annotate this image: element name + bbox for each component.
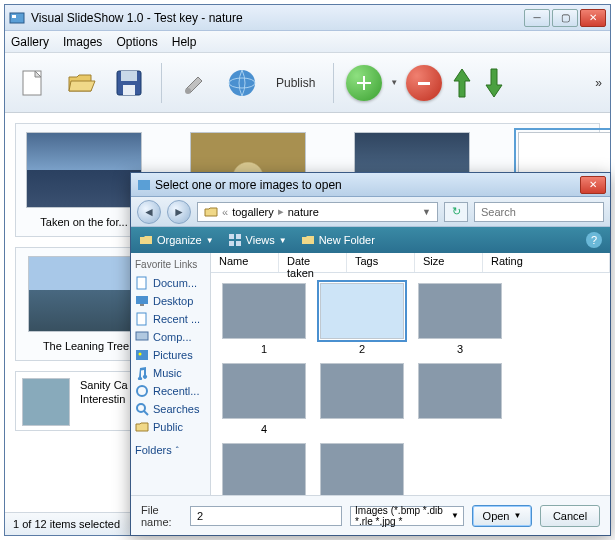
- file-item[interactable]: [317, 443, 407, 495]
- dialog-close-button[interactable]: ✕: [580, 176, 606, 194]
- nav-forward-button[interactable]: ►: [167, 200, 191, 224]
- file-thumb: [222, 443, 306, 495]
- description-line: Interestin: [80, 392, 128, 406]
- svg-line-24: [144, 411, 148, 415]
- thumbnail-item[interactable]: Taken on the for...: [26, 132, 142, 228]
- menu-help[interactable]: Help: [172, 35, 197, 49]
- crumb-part[interactable]: nature: [288, 206, 319, 218]
- sidebar-music[interactable]: Music: [135, 364, 206, 382]
- svg-rect-12: [236, 234, 241, 239]
- sidebar-computer[interactable]: Comp...: [135, 328, 206, 346]
- sidebar-documents[interactable]: Docum...: [135, 274, 206, 292]
- maximize-button[interactable]: ▢: [552, 9, 578, 27]
- toolbar-overflow[interactable]: »: [595, 76, 602, 90]
- menubar: Gallery Images Options Help: [5, 31, 610, 53]
- svg-rect-9: [418, 82, 430, 85]
- breadcrumb[interactable]: « togallery ▸ nature ▼: [197, 202, 438, 222]
- file-item[interactable]: [317, 363, 407, 435]
- sidebar-desktop[interactable]: Desktop: [135, 292, 206, 310]
- views-button[interactable]: Views▼: [228, 233, 287, 247]
- pictures-icon: [135, 348, 149, 362]
- file-name: 4: [261, 423, 267, 435]
- file-name: 1: [261, 343, 267, 355]
- svg-point-7: [229, 70, 255, 96]
- svg-point-6: [185, 88, 191, 94]
- newfolder-button[interactable]: New Folder: [301, 233, 375, 247]
- open-button[interactable]: Open ▼: [472, 505, 532, 527]
- crumb-dropdown[interactable]: ▼: [422, 207, 431, 217]
- svg-rect-16: [136, 296, 148, 304]
- favorites-header: Favorite Links: [135, 259, 206, 270]
- publish-button[interactable]: [222, 63, 262, 103]
- column-headers: Name Date taken Tags Size Rating: [211, 253, 610, 273]
- file-thumb: [222, 363, 306, 419]
- computer-icon: [135, 330, 149, 344]
- svg-rect-5: [123, 85, 135, 95]
- dialog-icon: [137, 178, 151, 192]
- dialog-title: Select one or more images to open: [135, 178, 580, 192]
- cancel-button[interactable]: Cancel: [540, 505, 600, 527]
- crumb-part[interactable]: togallery: [232, 206, 274, 218]
- publish-label: Publish: [276, 76, 315, 90]
- open-button[interactable]: [61, 63, 101, 103]
- description-thumb: [22, 378, 70, 426]
- file-thumb: [418, 283, 502, 339]
- svg-rect-19: [136, 332, 148, 340]
- file-item[interactable]: 3: [415, 283, 505, 355]
- svg-rect-1: [12, 15, 16, 18]
- help-button[interactable]: ?: [586, 232, 602, 248]
- file-grid: 1 2 3 4: [211, 273, 610, 495]
- settings-button[interactable]: [174, 63, 214, 103]
- dialog-toolbar: Organize▼ Views▼ New Folder ?: [131, 227, 610, 253]
- dialog-body: Favorite Links Docum... Desktop Recent .…: [131, 253, 610, 495]
- refresh-button[interactable]: ↻: [444, 202, 468, 222]
- crumb-sep: ▸: [278, 205, 284, 218]
- recent-icon: [135, 312, 149, 326]
- svg-rect-20: [136, 350, 148, 360]
- file-item[interactable]: [219, 443, 309, 495]
- col-rating[interactable]: Rating: [483, 253, 610, 272]
- new-button[interactable]: [13, 63, 53, 103]
- move-up-button[interactable]: [450, 65, 474, 101]
- save-button[interactable]: [109, 63, 149, 103]
- thumbnail-item[interactable]: The Leaning Tree: [26, 256, 146, 352]
- file-item[interactable]: 2: [317, 283, 407, 355]
- file-item[interactable]: [415, 363, 505, 435]
- nav-back-button[interactable]: ◄: [137, 200, 161, 224]
- file-area: Name Date taken Tags Size Rating 1 2 3 4: [211, 253, 610, 495]
- status-text: 1 of 12 items selected: [13, 518, 120, 530]
- crumb-sep: «: [222, 206, 228, 218]
- folders-toggle[interactable]: Foldersˆ: [135, 444, 206, 456]
- sidebar-recent[interactable]: Recent ...: [135, 310, 206, 328]
- svg-rect-15: [137, 277, 146, 289]
- col-date[interactable]: Date taken: [279, 253, 347, 272]
- sidebar-pictures[interactable]: Pictures: [135, 346, 206, 364]
- remove-button[interactable]: [406, 65, 442, 101]
- sidebar-public[interactable]: Public: [135, 418, 206, 436]
- thumbnail-caption: The Leaning Tree: [26, 340, 146, 352]
- col-tags[interactable]: Tags: [347, 253, 415, 272]
- filename-input[interactable]: [190, 506, 342, 526]
- svg-rect-13: [229, 241, 234, 246]
- search-input[interactable]: [474, 202, 604, 222]
- col-name[interactable]: Name: [211, 253, 279, 272]
- sidebar-recently[interactable]: Recentl...: [135, 382, 206, 400]
- close-button[interactable]: ✕: [580, 9, 606, 27]
- organize-button[interactable]: Organize▼: [139, 233, 214, 247]
- views-icon: [228, 233, 242, 247]
- menu-gallery[interactable]: Gallery: [11, 35, 49, 49]
- menu-images[interactable]: Images: [63, 35, 102, 49]
- add-dropdown[interactable]: ▼: [390, 78, 398, 87]
- menu-options[interactable]: Options: [116, 35, 157, 49]
- sidebar-searches[interactable]: Searches: [135, 400, 206, 418]
- minimize-button[interactable]: ─: [524, 9, 550, 27]
- file-item[interactable]: 4: [219, 363, 309, 435]
- file-open-dialog: Select one or more images to open ✕ ◄ ► …: [130, 172, 611, 536]
- add-button[interactable]: [346, 65, 382, 101]
- filetype-filter[interactable]: Images (*.bmp *.dib *.rle *.jpg *▼: [350, 506, 464, 526]
- col-size[interactable]: Size: [415, 253, 483, 272]
- file-item[interactable]: 1: [219, 283, 309, 355]
- svg-rect-18: [137, 313, 146, 325]
- file-name: 3: [457, 343, 463, 355]
- move-down-button[interactable]: [482, 65, 506, 101]
